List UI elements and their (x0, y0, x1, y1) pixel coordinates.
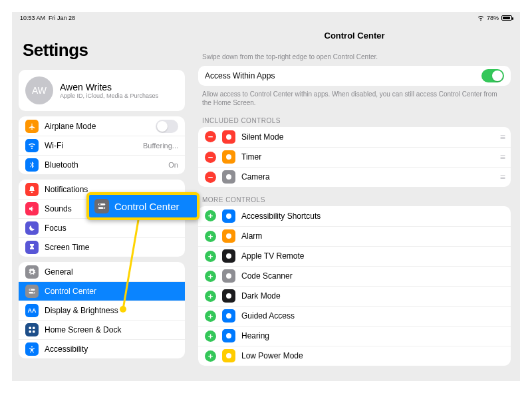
reorder-handle[interactable]: ≡ (500, 132, 504, 142)
included-control-row[interactable]: −Camera≡ (198, 167, 511, 187)
included-control-row[interactable]: −Silent Mode≡ (198, 127, 511, 147)
status-bar: 10:53 AM Fri Jan 28 78% (12, 12, 520, 24)
more-header: MORE CONTROLS (202, 196, 507, 203)
svg-point-12 (226, 213, 231, 219)
moon-icon (25, 221, 39, 235)
add-icon[interactable]: + (205, 311, 216, 322)
svg-point-9 (226, 134, 231, 140)
svg-point-11 (226, 174, 231, 180)
airplane-switch[interactable] (156, 120, 178, 133)
reorder-handle[interactable]: ≡ (500, 172, 504, 182)
svg-point-22 (99, 203, 100, 205)
sidebar-item-general[interactable]: General (19, 262, 185, 281)
wifi-status: Buffering... (143, 142, 178, 150)
sidebar-item-control-center[interactable]: Control Center (19, 281, 185, 301)
svg-point-3 (33, 292, 35, 293)
control-label: Low Power Mode (241, 351, 504, 360)
sidebar-item-display[interactable]: AA Display & Brightness (19, 301, 185, 320)
speaker-icon (25, 202, 39, 215)
control-icon (222, 150, 235, 164)
hourglass-icon (25, 241, 39, 254)
control-label: Apple TV Remote (241, 251, 504, 261)
detail-pane: Control Center Swipe down from the top-r… (192, 24, 520, 381)
add-icon[interactable]: + (205, 231, 216, 242)
account-name: Awen Writes (60, 82, 158, 92)
sidebar-item-airplane[interactable]: Airplane Mode (19, 116, 185, 136)
page-title: Settings (23, 40, 185, 61)
add-icon[interactable]: + (205, 350, 216, 362)
more-control-row[interactable]: +Hearing (198, 326, 511, 346)
add-icon[interactable]: + (205, 330, 216, 342)
remove-icon[interactable]: − (205, 131, 216, 142)
control-icon (222, 130, 235, 144)
sidebar-item-wifi[interactable]: Wi-Fi Buffering... (19, 136, 185, 155)
control-icon (222, 269, 235, 283)
reorder-handle[interactable]: ≡ (500, 152, 504, 162)
control-label: Camera (241, 172, 500, 182)
account-sub: Apple ID, iCloud, Media & Purchases (60, 92, 158, 99)
accessibility-icon (25, 342, 39, 356)
airplane-icon (25, 120, 39, 133)
remove-icon[interactable]: − (205, 172, 216, 183)
svg-point-10 (226, 154, 231, 160)
sidebar-item-homescreen[interactable]: Home Screen & Dock (19, 320, 185, 339)
more-control-row[interactable]: +Accessibility Shortcuts (198, 206, 511, 226)
callout-control-center: Control Center (86, 192, 200, 220)
display-icon: AA (25, 304, 39, 317)
included-header: INCLUDED CONTROLS (202, 117, 507, 124)
svg-point-18 (226, 333, 231, 338)
control-icon (222, 349, 235, 362)
add-icon[interactable]: + (205, 271, 216, 282)
more-control-row[interactable]: +Low Power Mode (198, 346, 511, 366)
more-control-row[interactable]: +Alarm (198, 226, 511, 246)
battery-percent: 78% (487, 15, 499, 21)
access-within-apps-row[interactable]: Access Within Apps (198, 66, 511, 86)
control-label: Code Scanner (241, 271, 504, 281)
svg-point-8 (31, 346, 33, 348)
add-icon[interactable]: + (205, 291, 216, 302)
bluetooth-status: On (168, 161, 178, 169)
more-control-row[interactable]: +Apple TV Remote (198, 246, 511, 266)
control-icon (222, 309, 235, 323)
control-label: Silent Mode (241, 132, 500, 142)
control-label: Dark Mode (241, 291, 504, 301)
svg-point-2 (30, 289, 31, 291)
more-control-row[interactable]: +Dark Mode (198, 286, 511, 306)
hint-swipe: Swipe down from the top-right edge to op… (202, 53, 507, 62)
more-control-row[interactable]: +Code Scanner (198, 266, 511, 286)
control-icon (222, 170, 235, 184)
bell-icon (25, 183, 39, 196)
detail-title: Control Center (198, 31, 511, 41)
battery-icon (501, 15, 512, 21)
wifi-icon (25, 139, 39, 152)
switches-icon (94, 199, 109, 213)
sidebar-group-connectivity: Airplane Mode Wi-Fi Buffering... Bluetoo… (19, 116, 185, 174)
wifi-icon (477, 15, 484, 21)
add-icon[interactable]: + (205, 210, 216, 221)
callout-label: Control Center (114, 201, 180, 212)
gear-icon (25, 265, 39, 279)
sidebar-item-accessibility[interactable]: Accessibility (19, 339, 185, 358)
remove-icon[interactable]: − (205, 152, 216, 163)
access-within-apps-switch[interactable] (481, 69, 504, 82)
apple-id-row[interactable]: AW Awen Writes Apple ID, iCloud, Media &… (19, 70, 185, 111)
sidebar-item-bluetooth[interactable]: Bluetooth On (19, 155, 185, 174)
svg-point-13 (226, 233, 231, 239)
add-icon[interactable]: + (205, 251, 216, 262)
control-icon (222, 289, 235, 303)
status-date: Fri Jan 28 (49, 15, 75, 21)
control-icon (222, 249, 235, 263)
svg-rect-6 (29, 330, 32, 333)
svg-point-19 (226, 353, 231, 358)
included-control-row[interactable]: −Timer≡ (198, 147, 511, 167)
sidebar-item-screentime[interactable]: Screen Time (19, 237, 185, 257)
svg-point-16 (226, 293, 231, 299)
sidebar-group-general: General Control Center AA Display & Brig… (19, 262, 185, 358)
sidebar-item-focus[interactable]: Focus (19, 218, 185, 237)
svg-point-14 (226, 253, 231, 259)
control-label: Alarm (241, 231, 504, 241)
annotation-dot (120, 306, 126, 313)
more-control-row[interactable]: +Guided Access (198, 306, 511, 326)
svg-point-15 (226, 273, 231, 279)
svg-rect-5 (33, 327, 35, 330)
